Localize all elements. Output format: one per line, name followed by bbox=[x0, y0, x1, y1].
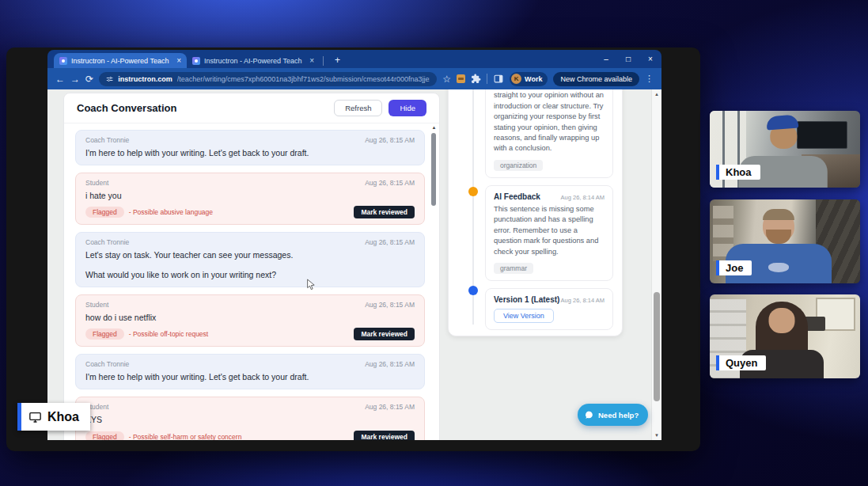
tab-separator bbox=[323, 56, 324, 66]
window-controls: – □ × bbox=[595, 50, 661, 68]
feedback-tag: organization bbox=[494, 160, 543, 171]
coach-message: Coach Tronnie Aug 26, 8:15 AM Let's stay… bbox=[75, 232, 425, 287]
url-domain: instructron.com bbox=[118, 75, 172, 83]
scroll-up-icon[interactable]: ▲ bbox=[430, 125, 438, 130]
message-body: Let's stay on task. Your teacher can see… bbox=[85, 249, 415, 261]
browser-tab-2[interactable]: Instructron - AI-Powered Teach × bbox=[187, 53, 320, 68]
chrome-update-button[interactable]: New Chrome available bbox=[553, 72, 639, 86]
site-settings-icon[interactable] bbox=[106, 75, 113, 83]
person-head bbox=[769, 308, 795, 333]
card-title: Version 1 (Latest) bbox=[494, 295, 559, 304]
chat-scrollbar[interactable]: ▲ bbox=[430, 125, 438, 440]
tab-close-icon[interactable]: × bbox=[309, 56, 314, 65]
scrollbar-thumb[interactable] bbox=[431, 133, 436, 206]
student-message-flagged: Student Aug 26, 8:15 AM i hate you Flagg… bbox=[75, 173, 425, 226]
screen-share-icon bbox=[28, 411, 42, 423]
presenter-label: Khoa bbox=[17, 403, 90, 431]
participant-video-quyen[interactable]: Quyen bbox=[710, 294, 860, 378]
mark-reviewed-button[interactable]: Mark reviewed bbox=[354, 328, 415, 340]
message-author: Student bbox=[85, 179, 108, 187]
instructron-favicon bbox=[192, 57, 200, 65]
page-title: Coach Conversation bbox=[77, 102, 176, 114]
flagged-badge: Flagged bbox=[85, 207, 124, 218]
coach-message: Coach Tronnie Aug 26, 8:15 AM I'm here t… bbox=[75, 130, 425, 165]
mark-reviewed-button[interactable]: Mark reviewed bbox=[354, 206, 415, 218]
hide-button[interactable]: Hide bbox=[389, 100, 426, 116]
flag-reason: - Possible abusive language bbox=[129, 208, 213, 216]
feedback-timeline-panel: Right now, your answer jumps straight to… bbox=[448, 89, 623, 336]
close-button[interactable]: × bbox=[639, 50, 661, 68]
need-help-button[interactable]: Need help? bbox=[578, 404, 648, 426]
browser-menu-icon[interactable]: ⋮ bbox=[645, 74, 654, 84]
shirt-logo bbox=[768, 263, 789, 272]
page-scrollbar[interactable]: ▲ ▼ bbox=[651, 89, 661, 440]
ai-feedback-card: AI Feedback Aug 26, 8:14 AM This sentenc… bbox=[485, 185, 613, 281]
mark-reviewed-button[interactable]: Mark reviewed bbox=[354, 431, 415, 440]
maximize-button[interactable]: □ bbox=[617, 50, 639, 68]
bookmark-star-icon[interactable]: ☆ bbox=[442, 74, 451, 84]
profile-button[interactable]: K Work bbox=[510, 72, 548, 86]
message-author: Coach Tronnie bbox=[85, 360, 129, 368]
student-message-flagged: Student Aug 26, 8:15 AM KYS Flagged - Po… bbox=[75, 397, 425, 440]
tab-close-icon[interactable]: × bbox=[176, 56, 181, 65]
message-time: Aug 26, 8:15 AM bbox=[365, 179, 415, 187]
message-body: I'm here to help with your writing. Let'… bbox=[85, 371, 415, 383]
participant-name-tag: Khoa bbox=[716, 165, 760, 180]
person-hair bbox=[763, 209, 794, 220]
avatar: K bbox=[511, 74, 521, 84]
flag-reason: - Possible self-harm or safety concern bbox=[129, 433, 242, 440]
flagged-badge: Flagged bbox=[85, 328, 124, 340]
reload-icon[interactable]: ⟳ bbox=[85, 74, 93, 84]
scroll-down-icon[interactable]: ▼ bbox=[652, 433, 661, 438]
browser-window: Instructron - AI-Powered Teach × Instruc… bbox=[47, 50, 661, 440]
message-time: Aug 26, 8:15 AM bbox=[365, 403, 415, 411]
coach-message: Coach Tronnie Aug 26, 8:15 AM I'm here t… bbox=[75, 354, 425, 389]
toolbar-divider bbox=[487, 74, 487, 84]
feedback-body: Right now, your answer jumps straight to… bbox=[494, 89, 605, 154]
instructron-favicon bbox=[59, 57, 67, 65]
page-content: Coach Conversation Refresh Hide Coach Tr… bbox=[47, 89, 661, 440]
profile-label: Work bbox=[525, 75, 542, 83]
participant-video-joe[interactable]: Joe bbox=[710, 199, 860, 283]
forward-icon[interactable]: → bbox=[70, 74, 80, 84]
scroll-up-icon[interactable]: ▲ bbox=[652, 92, 661, 97]
tab-title: Instructron - AI-Powered Teach bbox=[71, 57, 172, 65]
message-body: What would you like to work on in your w… bbox=[85, 269, 415, 281]
view-version-button[interactable]: View Version bbox=[494, 309, 554, 323]
message-body: I'm here to help with your writing. Let'… bbox=[85, 147, 415, 159]
new-tab-button[interactable]: + bbox=[335, 53, 340, 68]
side-panel-icon[interactable] bbox=[493, 74, 504, 84]
card-title: AI Feedback bbox=[494, 192, 540, 201]
message-body: i hate you bbox=[85, 190, 415, 202]
person-beard bbox=[766, 230, 791, 244]
coach-conversation-panel: Coach Conversation Refresh Hide Coach Tr… bbox=[63, 93, 440, 440]
browser-toolbar: ← → ⟳ instructron.com /teacher/writing/c… bbox=[47, 68, 661, 89]
tab-title: Instructron - AI-Powered Teach bbox=[204, 57, 305, 65]
message-time: Aug 26, 8:15 AM bbox=[365, 136, 415, 144]
coach-panel-header: Coach Conversation Refresh Hide bbox=[64, 93, 439, 123]
screen-share-frame: Instructron - AI-Powered Teach × Instruc… bbox=[6, 47, 700, 451]
message-author: Student bbox=[85, 301, 108, 309]
url-bar[interactable]: instructron.com /teacher/writing/cmes7xp… bbox=[99, 72, 437, 86]
extensions-puzzle-icon[interactable] bbox=[471, 74, 481, 84]
browser-tab-1[interactable]: Instructron - AI-Powered Teach × bbox=[54, 53, 187, 68]
message-time: Aug 26, 8:15 AM bbox=[365, 360, 415, 368]
message-author: Coach Tronnie bbox=[85, 136, 129, 144]
tv-screen bbox=[797, 121, 847, 149]
timeline-dot-orange bbox=[468, 187, 478, 196]
participant-video-khoa[interactable]: Khoa bbox=[710, 111, 860, 188]
baseball-cap bbox=[766, 115, 798, 131]
scrollbar-thumb[interactable] bbox=[654, 292, 660, 401]
message-time: Aug 26, 8:15 AM bbox=[365, 301, 415, 309]
participant-name-tag: Quyen bbox=[716, 355, 766, 370]
minimize-button[interactable]: – bbox=[595, 50, 617, 68]
feedback-body: This sentence is missing some punctuatio… bbox=[494, 204, 605, 257]
refresh-button[interactable]: Refresh bbox=[334, 100, 382, 116]
participant-name-tag: Joe bbox=[716, 260, 752, 275]
extension-icon[interactable] bbox=[457, 74, 465, 83]
message-time: Aug 26, 8:15 AM bbox=[365, 238, 415, 246]
flag-reason: - Possible off-topic request bbox=[129, 330, 208, 338]
card-time: Aug 26, 8:14 AM bbox=[561, 194, 605, 201]
timeline-dot-blue bbox=[468, 286, 478, 295]
back-icon[interactable]: ← bbox=[55, 74, 65, 84]
